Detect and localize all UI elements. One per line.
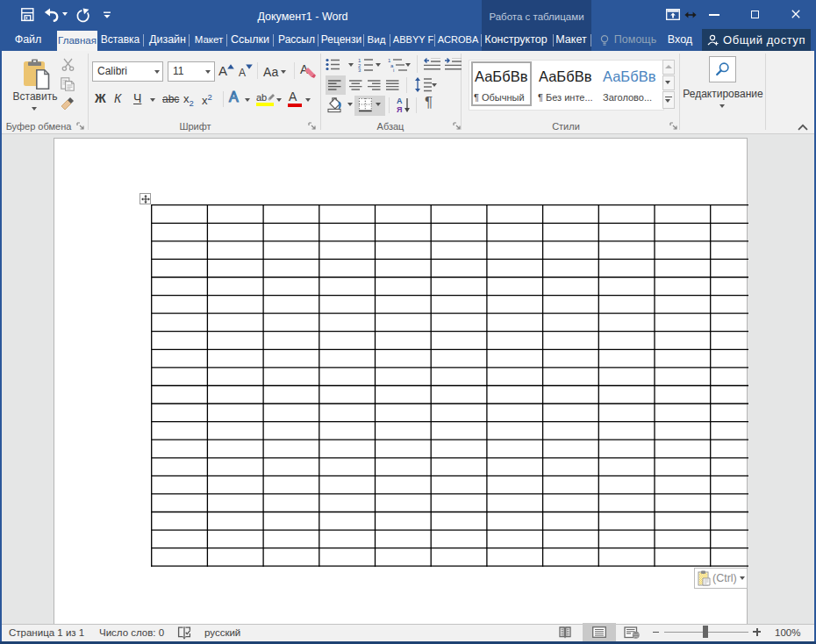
svg-text:Я: Я <box>397 105 402 113</box>
svg-text:i: i <box>393 68 394 72</box>
svg-text:ab: ab <box>256 92 267 103</box>
svg-text:А: А <box>397 97 403 105</box>
svg-text:3: 3 <box>358 68 361 72</box>
